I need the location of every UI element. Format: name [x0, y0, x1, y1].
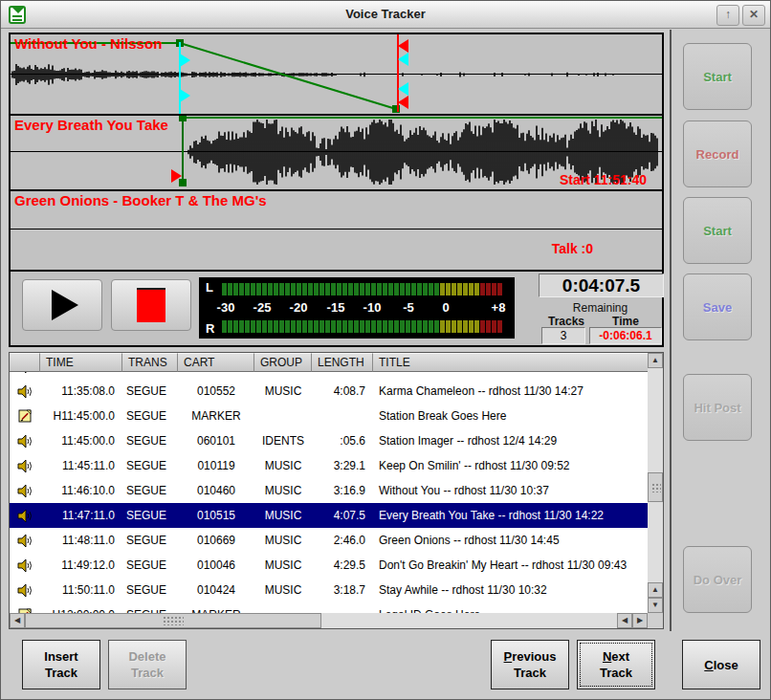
delete-track-button[interactable]: Delete Track: [108, 640, 187, 689]
speaker-icon: [10, 484, 40, 498]
cell-time: 11:46:10.0: [40, 484, 122, 497]
cell-trans: SEGUE: [122, 484, 178, 497]
cell-time: 11:50:11.0: [40, 583, 122, 597]
log-row[interactable]: 11:45:00.0SEGUE060101IDENTS:05.6Station …: [10, 428, 648, 453]
log-row[interactable]: H12:00:00.0SEGUEMARKERLegal ID Goes Here: [10, 602, 648, 613]
scroll-left-button[interactable]: ◀: [617, 613, 632, 628]
play-button[interactable]: [22, 279, 102, 331]
remaining-time-value: -0:06:06.1: [589, 327, 662, 344]
hit-post-button[interactable]: Hit Post: [683, 374, 752, 441]
cell-time: 11:47:11.0: [40, 509, 122, 522]
header-trans[interactable]: TRANS: [122, 353, 178, 372]
speaker-icon: [10, 384, 40, 399]
cell-trans: SEGUE: [122, 459, 178, 472]
meter-tick: -25: [253, 300, 272, 315]
log-row[interactable]: 11:35:08.0SEGUE010552MUSIC4:08.7Karma Ch…: [10, 379, 648, 404]
track-2-waveform[interactable]: Every Breath You Take Start 11:51:40: [11, 116, 662, 189]
titlebar[interactable]: Voice Tracker ↑ ✕: [1, 1, 770, 29]
track-start-time-label: Start 11:51:40: [560, 172, 647, 187]
log-row[interactable]: 11:50:11.0SEGUE010424MUSIC3:18.7Stay Awh…: [10, 578, 648, 602]
red-marker-icon[interactable]: [398, 96, 408, 109]
cell-time: H11:45:00.0: [40, 409, 122, 423]
cell-trans: SEGUE: [122, 583, 178, 597]
stop-button[interactable]: [111, 279, 191, 331]
horizontal-scrollbar[interactable]: ◀ ◀ ▶: [10, 613, 648, 628]
log-row[interactable]: 11:46:10.0SEGUE010460MUSIC3:16.9Without …: [10, 478, 648, 503]
meter-tick: -10: [363, 300, 382, 315]
track-2-title: Every Breath You Take: [14, 117, 168, 133]
log-header[interactable]: TIME TRANS CART GROUP LENGTH TITLE: [10, 353, 648, 372]
cell-title: Without You -- rdhost 11/30 10:37: [373, 484, 648, 497]
previous-track-button[interactable]: Previous Track: [491, 640, 569, 689]
vertical-scroll-thumb[interactable]: [648, 472, 663, 502]
start-track1-button[interactable]: Start: [683, 43, 752, 110]
next-track-button[interactable]: Next Track: [577, 640, 655, 689]
vertical-scrollbar[interactable]: ▲ ▲ ▼: [648, 353, 663, 613]
header-length[interactable]: LENGTH: [312, 353, 373, 372]
right-meter-segments: [222, 320, 503, 333]
horizontal-scroll-thumb[interactable]: [25, 613, 321, 628]
header-icon-col[interactable]: [10, 353, 40, 372]
record-button[interactable]: Record: [683, 120, 752, 187]
log-row[interactable]: H11:45:00.0SEGUEMARKERStation Break Goes…: [10, 404, 648, 428]
cell-length: 3:16.9: [312, 484, 373, 497]
cell-group: MUSIC: [254, 484, 312, 497]
speaker-icon: [10, 583, 40, 598]
cyan-marker-icon[interactable]: [398, 53, 408, 66]
cell-group: IDENTS: [254, 434, 312, 448]
start-track2-button[interactable]: Start: [683, 197, 752, 264]
scroll-left-button[interactable]: ◀: [10, 613, 25, 628]
thumb-grip: [651, 483, 661, 492]
previous-label-line1: Previous: [504, 648, 557, 665]
track-1-title: Without You - Nilsson: [14, 35, 162, 52]
track-3-waveform[interactable]: Green Onions - Booker T & The MG's Talk …: [11, 191, 662, 270]
transport-bar: L R -30 -25 -20 -15 -10 -5 0 +8 0:04:07.…: [11, 272, 662, 345]
do-over-button[interactable]: Do Over: [683, 546, 752, 613]
scroll-up-button[interactable]: ▲: [648, 353, 663, 368]
log-row[interactable]: [10, 372, 648, 379]
audio-level-meter: L R -30 -25 -20 -15 -10 -5 0 +8: [199, 277, 515, 339]
play-icon: [52, 290, 78, 320]
save-button[interactable]: Save: [683, 273, 752, 340]
cell-title: Stay Awhile -- rdhost 11/30 10:32: [373, 583, 648, 597]
fade-down-line[interactable]: [180, 43, 396, 109]
log-row[interactable]: 11:49:12.0SEGUE010046MUSIC4:29.5Don't Go…: [10, 553, 648, 578]
red-marker-icon[interactable]: [171, 169, 182, 183]
cell-length: 3:29.1: [312, 459, 373, 472]
scroll-up-button[interactable]: ▲: [648, 582, 663, 598]
header-time[interactable]: TIME: [40, 353, 122, 372]
speaker-icon: [10, 558, 40, 573]
cell-cart: 010669: [178, 534, 254, 547]
right-channel-label: R: [206, 321, 214, 336]
cyan-marker-icon[interactable]: [398, 82, 408, 96]
cyan-marker-icon[interactable]: [180, 89, 190, 102]
scroll-right-button[interactable]: ▶: [632, 613, 648, 628]
window-title: Voice Tracker: [1, 1, 770, 28]
thumb-grip: [163, 616, 184, 625]
cell-cart: 010552: [178, 384, 254, 398]
header-title[interactable]: TITLE: [373, 353, 648, 372]
close-icon[interactable]: ✕: [742, 5, 765, 26]
header-cart[interactable]: CART: [178, 353, 254, 372]
cell-cart: 060101: [178, 434, 254, 448]
talk-time-label: Talk :0: [552, 241, 593, 256]
close-button[interactable]: Close: [682, 640, 760, 689]
zero-line: [11, 229, 662, 230]
envelope-handle[interactable]: [179, 116, 187, 121]
cyan-marker-icon[interactable]: [180, 54, 190, 67]
scroll-down-button[interactable]: ▼: [648, 598, 663, 613]
red-marker-icon[interactable]: [398, 39, 408, 53]
log-row[interactable]: 11:45:11.0SEGUE010119MUSIC3:29.1Keep On …: [10, 453, 648, 478]
stop-icon: [137, 288, 165, 322]
track-start-line[interactable]: [182, 116, 184, 186]
meter-tick: 0: [442, 300, 449, 315]
cell-cart: MARKER: [178, 409, 254, 423]
header-group[interactable]: GROUP: [254, 353, 312, 372]
cell-length: :05.6: [312, 434, 373, 448]
cell-title: Station Break Goes Here: [373, 409, 648, 423]
track-1-waveform[interactable]: Without You - Nilsson: [11, 34, 662, 114]
shade-icon[interactable]: ↑: [716, 5, 739, 26]
log-row[interactable]: 11:48:11.0SEGUE010669MUSIC2:46.0Green On…: [10, 528, 648, 553]
log-row[interactable]: 11:47:11.0SEGUE010515MUSIC4:07.5Every Br…: [10, 503, 648, 528]
insert-track-button[interactable]: Insert Track: [22, 640, 100, 689]
